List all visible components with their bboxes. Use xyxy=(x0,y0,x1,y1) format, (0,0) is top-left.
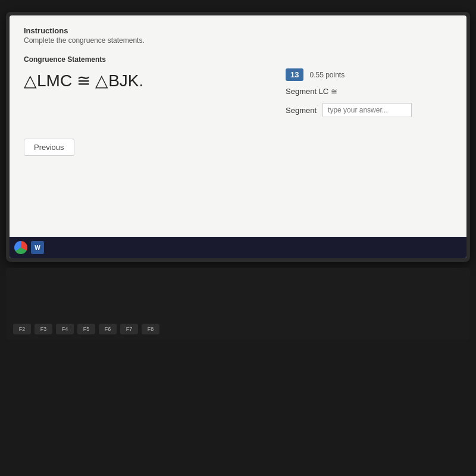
question-number-badge: 13 xyxy=(286,68,303,81)
instructions-text: Complete the congruence statements. xyxy=(24,36,452,45)
segment-given-label: Segment LC ≅ xyxy=(286,87,337,96)
question-header: 13 0.55 points xyxy=(286,68,345,81)
segment-given-row: Segment LC ≅ xyxy=(286,87,340,96)
chrome-icon[interactable] xyxy=(14,241,27,254)
right-panel: 13 0.55 points Segment LC ≅ Segment xyxy=(286,68,452,117)
key-f8[interactable]: F8 xyxy=(142,324,159,334)
triangle2: △BJK. xyxy=(95,71,143,90)
screen-bezel: Instructions Complete the congruence sta… xyxy=(6,12,470,262)
congruence-label: Congruence Statements xyxy=(24,55,452,64)
key-f2[interactable]: F2 xyxy=(13,324,31,334)
key-f5[interactable]: F5 xyxy=(77,324,95,334)
instructions-heading: Instructions xyxy=(24,26,452,35)
keyboard-area: F2 F3 F4 F5 F6 F7 F8 xyxy=(6,268,470,339)
screen: Instructions Complete the congruence sta… xyxy=(10,15,466,258)
previous-button[interactable]: Previous xyxy=(24,139,74,156)
answer-input[interactable] xyxy=(322,103,412,117)
key-f7[interactable]: F7 xyxy=(120,324,138,334)
key-f3[interactable]: F3 xyxy=(35,324,52,334)
math-statement: △LMC ≅ △BJK. xyxy=(24,71,143,90)
congruence-section: Congruence Statements △LMC ≅ △BJK. 13 0.… xyxy=(24,55,452,117)
main-row: △LMC ≅ △BJK. 13 0.55 points Segment LC ≅ xyxy=(24,68,452,117)
input-row: Segment xyxy=(286,103,412,117)
congruent-symbol: ≅ xyxy=(77,71,90,90)
word-icon[interactable]: W xyxy=(31,241,44,254)
key-f4[interactable]: F4 xyxy=(56,324,74,334)
key-f6[interactable]: F6 xyxy=(99,324,117,334)
segment-input-label: Segment xyxy=(286,106,317,115)
points-text: 0.55 points xyxy=(309,71,345,79)
content-area: Instructions Complete the congruence sta… xyxy=(10,15,466,234)
triangle1: △LMC xyxy=(24,71,72,90)
taskbar: W xyxy=(10,237,466,258)
